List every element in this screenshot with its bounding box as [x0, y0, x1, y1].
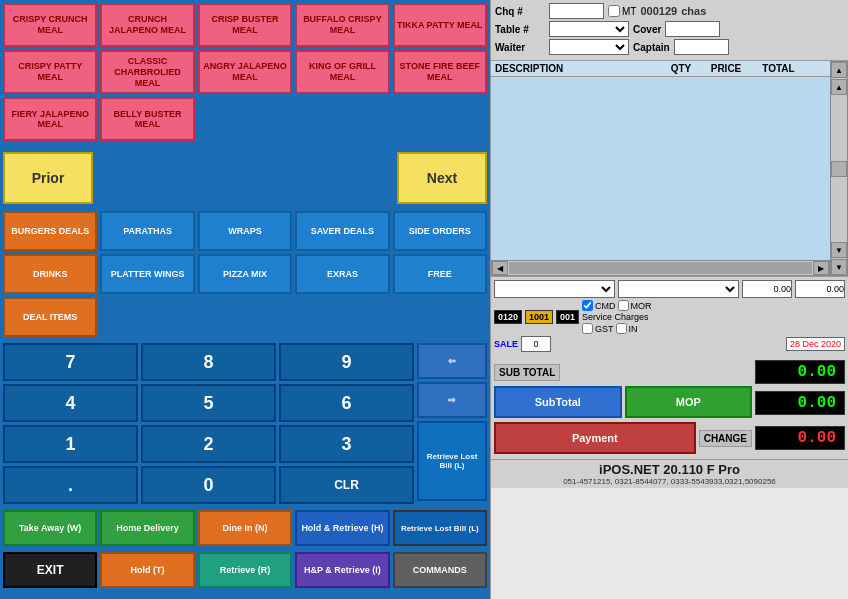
- subtotal-label: SUB TOTAL: [494, 364, 560, 381]
- hscroll-right-btn[interactable]: ▶: [813, 261, 829, 275]
- num-0[interactable]: 0: [141, 466, 276, 504]
- cat-pizza-mix[interactable]: PIZZA MIX: [198, 254, 292, 294]
- mor-label: MOR: [631, 301, 652, 311]
- menu-item-8[interactable]: KING OF GRILL MEAL: [295, 50, 389, 94]
- num-2[interactable]: 2: [141, 425, 276, 463]
- cat-free[interactable]: FREE: [393, 254, 487, 294]
- menu-item-11[interactable]: BELLY BUSTER MEAL: [100, 97, 194, 141]
- gst-checkbox[interactable]: [582, 323, 593, 334]
- code-row: 0120 1001 001 CMD MOR Service Charges: [494, 300, 845, 334]
- retrieve-lost-bill-btn[interactable]: Retrieve LostBill (L): [417, 421, 487, 501]
- subtotal-button[interactable]: SubTotal: [494, 386, 622, 418]
- captain-input[interactable]: [674, 39, 729, 55]
- next-button[interactable]: Next: [397, 152, 487, 204]
- waiter-dropdown[interactable]: [549, 39, 629, 55]
- cover-input[interactable]: [665, 21, 720, 37]
- menu-item-9[interactable]: STONE FIRE BEEF MEAL: [393, 50, 487, 94]
- hold-retrieve-button[interactable]: Hold & Retrieve (H): [295, 510, 389, 546]
- menu-item-5[interactable]: CRISPY PATTY MEAL: [3, 50, 97, 94]
- table-dropdown[interactable]: [549, 21, 629, 37]
- horizontal-scrollbar[interactable]: ◀ ▶: [491, 260, 830, 276]
- waiter-label: Waiter: [495, 42, 545, 53]
- hp-retrieve-button[interactable]: H&P & Retrieve (I): [295, 552, 389, 588]
- payment-button[interactable]: Payment: [494, 422, 696, 454]
- menu-item-12: [198, 97, 292, 141]
- menu-item-0[interactable]: CRISPY CRUNCH MEAL: [3, 3, 97, 47]
- mt-checkbox[interactable]: [608, 5, 620, 17]
- table-label: Table #: [495, 24, 545, 35]
- totals-area: SUB TOTAL 0.00 SubTotal MOP 0.00 Payment…: [491, 357, 848, 459]
- ctrl-dropdown-right[interactable]: [618, 280, 739, 298]
- ctrl-total-input[interactable]: [795, 280, 845, 298]
- cat-parathas[interactable]: PARATHAS: [100, 211, 194, 251]
- cmd-checkbox[interactable]: [582, 300, 593, 311]
- cat-burgers-deals[interactable]: BURGERS DEALS: [3, 211, 97, 251]
- home-delivery-button[interactable]: Home Delivery: [100, 510, 194, 546]
- num-dot[interactable]: .: [3, 466, 138, 504]
- bottom-actions-row1: Take Away (W) Home Delivery Dine In (N) …: [0, 507, 490, 549]
- menu-item-2[interactable]: CRISP BUSTER MEAL: [198, 3, 292, 47]
- mor-checkbox[interactable]: [618, 300, 629, 311]
- cat-exras[interactable]: EXRAS: [295, 254, 389, 294]
- menu-item-3[interactable]: BUFFALO CRISPY MEAL: [295, 3, 389, 47]
- subtotal-row: SUB TOTAL 0.00: [494, 360, 845, 384]
- cmd-label: CMD: [595, 301, 616, 311]
- change-display: 0.00: [755, 426, 845, 450]
- retrieve-lost-bill-action[interactable]: Retrieve Lost Bill (L): [393, 510, 487, 546]
- hscroll-left-btn[interactable]: ◀: [492, 261, 508, 275]
- vertical-scrollbar[interactable]: ▲ ▲ ▼ ▼: [830, 61, 848, 276]
- vscroll-down2-btn[interactable]: ▼: [831, 242, 847, 258]
- change-row: Payment CHANGE 0.00: [494, 422, 845, 454]
- sale-value: 0: [521, 336, 551, 352]
- arrow-left-btn[interactable]: ⇦: [417, 343, 487, 379]
- ctrl-dropdown-left[interactable]: [494, 280, 615, 298]
- in-checkbox[interactable]: [616, 323, 627, 334]
- menu-item-4[interactable]: TIKKA PATTY MEAL: [393, 3, 487, 47]
- gst-label: GST: [595, 324, 614, 334]
- menu-item-6[interactable]: CLASSIC CHARBROLIED MEAL: [100, 50, 194, 94]
- vscroll-up2-btn[interactable]: ▲: [831, 79, 847, 95]
- exit-button[interactable]: EXIT: [3, 552, 97, 588]
- num-1[interactable]: 1: [3, 425, 138, 463]
- vscroll-down-btn[interactable]: ▼: [831, 259, 847, 275]
- num-3[interactable]: 3: [279, 425, 414, 463]
- num-7[interactable]: 7: [3, 343, 138, 381]
- header-area: Chq # MT 000129 chas Table # Cover Waite…: [491, 0, 848, 61]
- num-5[interactable]: 5: [141, 384, 276, 422]
- mt-label: MT: [622, 6, 636, 17]
- menu-item-10[interactable]: FIERY JALAPENO MEAL: [3, 97, 97, 141]
- chq-input[interactable]: [549, 3, 604, 19]
- num-6[interactable]: 6: [279, 384, 414, 422]
- cat-empty-1: [100, 297, 194, 337]
- cat-empty-4: [393, 297, 487, 337]
- menu-item-7[interactable]: ANGRY JALAPENO MEAL: [198, 50, 292, 94]
- ctrl-price-input[interactable]: [742, 280, 792, 298]
- in-label: IN: [629, 324, 638, 334]
- category-grid: BURGERS DEALS PARATHAS WRAPS SAVER DEALS…: [0, 208, 490, 340]
- retrieve-r-button[interactable]: Retrieve (R): [198, 552, 292, 588]
- hold-t-button[interactable]: Hold (T): [100, 552, 194, 588]
- prior-button[interactable]: Prior: [3, 152, 93, 204]
- vscroll-up-btn[interactable]: ▲: [831, 62, 847, 78]
- mop-button[interactable]: MOP: [625, 386, 753, 418]
- cat-deal-items[interactable]: DEAL ITEMS: [3, 297, 97, 337]
- cat-saver-deals[interactable]: SAVER DEALS: [295, 211, 389, 251]
- num-clr[interactable]: CLR: [279, 466, 414, 504]
- cat-drinks[interactable]: DRINKS: [3, 254, 97, 294]
- num-4[interactable]: 4: [3, 384, 138, 422]
- cat-empty-3: [295, 297, 389, 337]
- arrow-right-btn[interactable]: ⇨: [417, 382, 487, 418]
- take-away-button[interactable]: Take Away (W): [3, 510, 97, 546]
- menu-item-13: [295, 97, 389, 141]
- cat-side-orders[interactable]: SIDE ORDERS: [393, 211, 487, 251]
- price-header: PRICE: [701, 63, 751, 74]
- vscroll-mid-btn[interactable]: [831, 161, 847, 177]
- menu-item-1[interactable]: CRUNCH JALAPENO MEAL: [100, 3, 194, 47]
- commands-button[interactable]: COMMANDS: [393, 552, 487, 588]
- cat-platter-wings[interactable]: PLATTER WINGS: [100, 254, 194, 294]
- num-9[interactable]: 9: [279, 343, 414, 381]
- num-8[interactable]: 8: [141, 343, 276, 381]
- cat-wraps[interactable]: WRAPS: [198, 211, 292, 251]
- table-header: DESCRIPTION QTY PRICE TOTAL: [491, 61, 830, 77]
- dine-in-button[interactable]: Dine In (N): [198, 510, 292, 546]
